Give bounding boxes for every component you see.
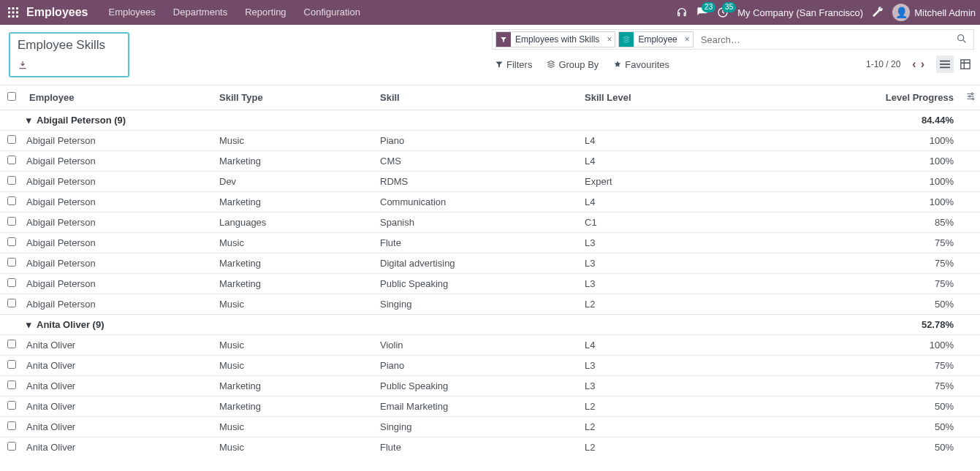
group-row[interactable]: ▾Anita Oliver (9)52.78% xyxy=(0,315,980,335)
svg-point-17 xyxy=(972,99,973,100)
groupby-facet-close[interactable]: × xyxy=(682,34,693,45)
filters-button[interactable]: Filters xyxy=(495,59,532,70)
cell-progress: 75% xyxy=(865,253,960,274)
export-button[interactable] xyxy=(18,58,119,70)
cell-employee: Anita Oliver xyxy=(23,376,213,397)
row-checkbox[interactable] xyxy=(7,299,16,307)
user-menu[interactable]: 👤 Mitchell Admin xyxy=(892,4,976,21)
debug-icon[interactable] xyxy=(872,7,884,18)
search-bar[interactable]: Employees with Skills × Employee × xyxy=(492,29,974,50)
row-checkbox[interactable] xyxy=(7,340,16,348)
apps-launcher[interactable] xyxy=(4,4,22,21)
group-row[interactable]: ▾Abigail Peterson (9)84.44% xyxy=(0,110,980,131)
cell-progress: 100% xyxy=(865,151,960,172)
row-checkbox[interactable] xyxy=(7,380,16,389)
col-options[interactable] xyxy=(960,85,980,110)
cell-skill-level: L2 xyxy=(579,397,865,417)
pager-prev[interactable]: ‹ xyxy=(911,58,917,71)
group-aggregate: 84.44% xyxy=(865,110,960,131)
messages-button[interactable]: 23 xyxy=(696,7,708,18)
table-row[interactable]: Abigail PetersonMarketingCMSL4100% xyxy=(0,151,980,172)
cell-progress: 50% xyxy=(865,437,960,458)
top-nav-left: Employees Employees Departments Reportin… xyxy=(4,0,369,25)
svg-rect-7 xyxy=(12,15,15,18)
table-row[interactable]: Abigail PetersonMusicFluteL375% xyxy=(0,233,980,253)
col-level-progress[interactable]: Level Progress xyxy=(865,85,960,110)
col-skill[interactable]: Skill xyxy=(374,85,579,110)
pager-next[interactable]: › xyxy=(919,58,926,71)
funnel-icon xyxy=(495,60,504,69)
table-row[interactable]: Anita OliverMusicPianoL375% xyxy=(0,356,980,376)
pager-text[interactable]: 1-10 / 20 xyxy=(866,59,900,69)
row-checkbox[interactable] xyxy=(7,156,16,164)
list-icon xyxy=(940,59,950,69)
nav-link-configuration[interactable]: Configuration xyxy=(295,0,369,25)
cell-skill-type: Music xyxy=(213,356,374,376)
groupby-button[interactable]: Group By xyxy=(547,59,599,70)
activities-button[interactable]: 35 xyxy=(717,7,729,18)
cell-employee: Anita Oliver xyxy=(23,437,213,458)
pivot-icon xyxy=(960,59,970,69)
app-title[interactable]: Employees xyxy=(26,6,88,19)
table-row[interactable]: Anita OliverMarketingPublic SpeakingL375… xyxy=(0,376,980,397)
groupby-facet[interactable]: Employee × xyxy=(618,31,693,47)
cell-skill-type: Music xyxy=(213,294,374,315)
cell-employee: Abigail Peterson xyxy=(23,172,213,192)
svg-rect-11 xyxy=(940,61,950,62)
select-all-checkbox[interactable] xyxy=(7,92,16,101)
row-checkbox[interactable] xyxy=(7,278,16,287)
company-selector[interactable]: My Company (San Francisco) xyxy=(737,7,863,18)
col-employee[interactable]: Employee xyxy=(23,85,213,110)
row-checkbox[interactable] xyxy=(7,135,16,144)
svg-rect-1 xyxy=(12,7,15,9)
table-row[interactable]: Abigail PetersonDevRDMSExpert100% xyxy=(0,172,980,192)
row-checkbox[interactable] xyxy=(7,196,16,205)
table-row[interactable]: Abigail PetersonMarketingPublic Speaking… xyxy=(0,274,980,294)
row-checkbox[interactable] xyxy=(7,401,16,410)
nav-link-employees[interactable]: Employees xyxy=(99,0,164,25)
nav-link-departments[interactable]: Departments xyxy=(164,0,236,25)
row-checkbox[interactable] xyxy=(7,360,16,369)
breadcrumb-area: Employee Skills xyxy=(6,29,492,80)
table-row[interactable]: Anita OliverMarketingEmail MarketingL250… xyxy=(0,397,980,417)
svg-rect-2 xyxy=(16,7,18,9)
table-row[interactable]: Anita OliverMusicSingingL250% xyxy=(0,417,980,437)
table-row[interactable]: Abigail PetersonMusicPianoL4100% xyxy=(0,131,980,151)
table-row[interactable]: Abigail PetersonMarketingCommunicationL4… xyxy=(0,192,980,212)
search-input[interactable] xyxy=(696,30,950,49)
cell-skill-level: C1 xyxy=(579,212,865,233)
cell-progress: 50% xyxy=(865,397,960,417)
table-row[interactable]: Anita OliverMusicFluteL250% xyxy=(0,437,980,458)
cell-skill-type: Music xyxy=(213,131,374,151)
svg-point-16 xyxy=(969,96,970,97)
row-checkbox[interactable] xyxy=(7,237,16,246)
sliders-icon xyxy=(965,91,976,102)
filter-facet[interactable]: Employees with Skills × xyxy=(495,31,615,47)
filter-facet-close[interactable]: × xyxy=(604,34,615,45)
row-checkbox[interactable] xyxy=(7,442,16,451)
cell-skill-level: L3 xyxy=(579,376,865,397)
cell-employee: Abigail Peterson xyxy=(23,212,213,233)
cell-skill-type: Dev xyxy=(213,172,374,192)
cell-progress: 100% xyxy=(865,131,960,151)
svg-rect-8 xyxy=(16,15,18,18)
row-checkbox[interactable] xyxy=(7,421,16,430)
favourites-button[interactable]: Favourites xyxy=(613,59,669,70)
table-row[interactable]: Anita OliverMusicViolinL4100% xyxy=(0,335,980,356)
nav-link-reporting[interactable]: Reporting xyxy=(236,0,295,25)
table-row[interactable]: Abigail PetersonMarketingDigital adverti… xyxy=(0,253,980,274)
row-checkbox[interactable] xyxy=(7,217,16,226)
cell-skill-level: L4 xyxy=(579,131,865,151)
row-checkbox[interactable] xyxy=(7,258,16,267)
col-skill-type[interactable]: Skill Type xyxy=(213,85,374,110)
group-title: Anita Oliver (9) xyxy=(37,319,104,330)
support-icon[interactable] xyxy=(676,7,688,18)
search-icon[interactable] xyxy=(956,33,968,47)
row-checkbox[interactable] xyxy=(7,176,16,185)
table-row[interactable]: Abigail PetersonMusicSingingL250% xyxy=(0,294,980,315)
cell-employee: Abigail Peterson xyxy=(23,233,213,253)
table-row[interactable]: Abigail PetersonLanguagesSpanishC185% xyxy=(0,212,980,233)
list-view-button[interactable] xyxy=(936,55,954,73)
pivot-view-button[interactable] xyxy=(957,55,974,73)
col-skill-level[interactable]: Skill Level xyxy=(579,85,865,110)
